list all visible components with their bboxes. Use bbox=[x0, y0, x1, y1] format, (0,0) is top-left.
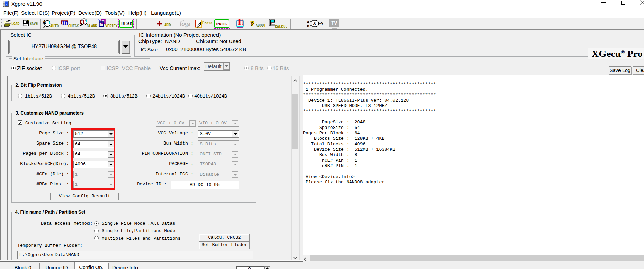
svg-text:B: B bbox=[307, 24, 309, 28]
svg-text:FF: FF bbox=[80, 19, 86, 25]
svg-text:RAM: RAM bbox=[180, 21, 190, 27]
svg-text:A: A bbox=[43, 19, 46, 25]
svg-text:ID: ID bbox=[62, 20, 69, 27]
svg-text:Y: Y bbox=[321, 22, 323, 27]
svg-text:&: & bbox=[313, 22, 316, 27]
